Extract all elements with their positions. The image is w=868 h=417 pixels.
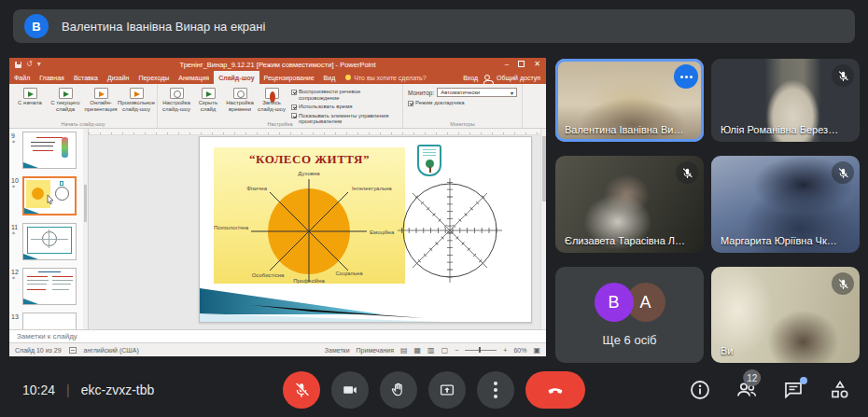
notes-pane[interactable]: Заметки к слайду bbox=[9, 329, 546, 342]
thumbnail-slide-9[interactable]: 9 ✶ bbox=[11, 132, 88, 169]
monitor-dropdown[interactable]: Автоматически ▾ bbox=[437, 88, 517, 97]
ribbon-group-start-slideshow: С начала С текущего слайда Онлайн-презен… bbox=[9, 84, 158, 128]
tab-home[interactable]: Главная bbox=[35, 71, 69, 84]
thumbnail-slide-11[interactable]: 11 ✶ bbox=[11, 223, 88, 260]
slide-number: 10 bbox=[11, 177, 22, 184]
chat-button[interactable] bbox=[782, 379, 805, 401]
tab-slideshow[interactable]: Слайд-шоу bbox=[214, 71, 259, 84]
zoom-slider[interactable] bbox=[465, 350, 497, 351]
more-options-button[interactable] bbox=[477, 371, 514, 409]
undo-icon[interactable]: ↺ bbox=[26, 61, 33, 68]
normal-view-icon[interactable]: ▤ bbox=[400, 346, 408, 354]
setup-slideshow-button[interactable]: Настройка слайд-шоу bbox=[161, 86, 192, 119]
sign-in-button[interactable]: Вход bbox=[463, 75, 478, 81]
thumbnail-slide-12[interactable]: 12 ✶ bbox=[11, 268, 88, 305]
microphone-muted-button[interactable] bbox=[283, 371, 320, 409]
meeting-details-button[interactable] bbox=[689, 379, 711, 401]
overflow-count-label: Ще 6 осіб bbox=[603, 333, 657, 347]
window-controls: – ✕ bbox=[505, 60, 540, 69]
slide-number: 12 bbox=[11, 269, 22, 275]
share-button[interactable]: Общий доступ bbox=[497, 75, 540, 81]
spellcheck-icon[interactable] bbox=[69, 347, 77, 354]
notes-toggle[interactable]: Заметки bbox=[325, 347, 350, 354]
slide-sorter-view-icon[interactable]: ▦ bbox=[414, 346, 422, 354]
ppt-status-bar: Слайд 10 из 29 английский (США) Заметки … bbox=[9, 342, 546, 356]
self-view-tile[interactable]: Ви bbox=[711, 267, 860, 363]
zoom-in-button[interactable]: + bbox=[503, 347, 507, 354]
language-indicator[interactable]: английский (США) bbox=[84, 347, 139, 354]
play-narrations-checkbox[interactable]: Воспроизвести речевое сопровождение bbox=[291, 89, 398, 101]
presenter-view-label: Режим докладчика bbox=[415, 100, 465, 106]
restore-button[interactable] bbox=[518, 61, 525, 67]
svg-text:Емоційна: Емоційна bbox=[370, 229, 395, 235]
avatar: В bbox=[595, 283, 634, 322]
close-button[interactable]: ✕ bbox=[534, 60, 540, 69]
from-beginning-button[interactable]: С начала bbox=[12, 86, 48, 119]
quick-access-dropdown-icon[interactable]: ▾ bbox=[37, 61, 41, 68]
tell-me-box[interactable]: Что вы хотите сделать? bbox=[345, 75, 426, 81]
current-slide[interactable]: “КОЛЕСО ЖИТТЯ” Духовна Інте bbox=[199, 136, 532, 323]
reading-view-icon[interactable]: ▥ bbox=[427, 346, 435, 354]
thumbnail-slide-13[interactable]: 13 bbox=[11, 313, 88, 329]
participant-tile-marharyta[interactable]: Маргарита Юріївна Чк… bbox=[711, 156, 860, 253]
tab-insert[interactable]: Вставка bbox=[69, 71, 103, 84]
participant-grid: Валентина Іванівна Ви… Юлія Романівна Бе… bbox=[555, 59, 860, 363]
tab-animations[interactable]: Анимация bbox=[174, 71, 214, 84]
custom-slideshow-button[interactable]: Произвольное слайд-шоу bbox=[119, 86, 154, 119]
presenter-view-checkbox[interactable]: Режим докладчика bbox=[408, 100, 517, 106]
chevron-down-icon: ▾ bbox=[511, 90, 513, 96]
rehearse-timings-label: Настройка времени bbox=[224, 100, 256, 112]
svg-text:Соціальна: Соціальна bbox=[335, 271, 363, 276]
tab-file[interactable]: Файл bbox=[9, 71, 35, 84]
tab-design[interactable]: Дизайн bbox=[103, 71, 134, 84]
shared-screen-powerpoint: ↺ ▾ Тренінг_Винар_9.12.21 [Режим совмест… bbox=[9, 58, 546, 356]
rehearse-timings-icon bbox=[233, 88, 247, 99]
notes-placeholder: Заметки к слайду bbox=[17, 332, 77, 341]
tab-transitions[interactable]: Переходы bbox=[133, 71, 174, 84]
thumbnail-slide-10[interactable]: 10 ✶ bbox=[11, 176, 88, 215]
ribbon-group-setup: Настройка слайд-шоу Скрыть слайд Настрой… bbox=[158, 84, 403, 128]
more-options-icon[interactable] bbox=[674, 64, 698, 89]
slide-12-thumb[interactable] bbox=[22, 268, 77, 305]
rehearse-timings-button[interactable]: Настройка времени bbox=[224, 86, 256, 119]
slideshow-view-icon[interactable]: ▢ bbox=[441, 346, 449, 354]
activities-button[interactable] bbox=[829, 379, 851, 401]
slide-number: 11 bbox=[11, 224, 22, 230]
from-beginning-icon bbox=[23, 88, 37, 99]
record-slideshow-icon bbox=[265, 88, 279, 99]
zoom-out-button[interactable]: − bbox=[455, 347, 458, 354]
participant-tile-yelyzaveta[interactable]: Єлизавета Тарасівна Л… bbox=[555, 156, 704, 253]
fit-to-window-icon[interactable]: ▣ bbox=[533, 346, 540, 354]
slide-11-thumb[interactable] bbox=[22, 223, 77, 260]
participant-tile-valentyna[interactable]: Валентина Іванівна Ви… bbox=[555, 59, 704, 142]
slide-13-thumb[interactable] bbox=[22, 313, 77, 329]
quick-access-toolbar: ↺ ▾ bbox=[15, 61, 41, 68]
checkbox-checked-icon bbox=[291, 104, 297, 110]
camera-button[interactable] bbox=[331, 371, 369, 409]
animation-star-icon: ✶ bbox=[11, 184, 22, 189]
from-current-slide-button[interactable]: С текущего слайда bbox=[48, 86, 83, 119]
present-screen-button[interactable] bbox=[428, 371, 466, 409]
save-icon[interactable] bbox=[15, 62, 21, 68]
raise-hand-button[interactable] bbox=[380, 371, 417, 409]
vertical-scrollbar[interactable] bbox=[540, 129, 546, 329]
tab-review[interactable]: Рецензирование bbox=[259, 71, 319, 84]
zoom-level[interactable]: 60% bbox=[513, 347, 526, 354]
minimize-button[interactable]: – bbox=[505, 60, 509, 69]
leave-call-button[interactable] bbox=[525, 371, 585, 409]
monitor-value: Автоматически bbox=[441, 90, 480, 95]
record-slideshow-button[interactable]: Запись слайд-шоу bbox=[256, 86, 287, 119]
use-timings-checkbox[interactable]: Использовать время bbox=[291, 104, 398, 110]
participant-tile-yuliia[interactable]: Юлія Романівна Берез… bbox=[711, 59, 860, 142]
meet-window: В Валентина Іванівна Винар на екрані ↺ ▾… bbox=[0, 0, 868, 417]
present-online-button[interactable]: Онлайн-презентация bbox=[83, 86, 119, 119]
hide-slide-button[interactable]: Скрыть слайд bbox=[192, 86, 224, 119]
slide-10-thumb-selected[interactable] bbox=[22, 176, 77, 215]
tab-view[interactable]: Вид bbox=[319, 71, 341, 84]
menubar-right: Вход Общий доступ bbox=[463, 75, 540, 81]
overflow-participants-tile[interactable]: В А Ще 6 осіб bbox=[555, 267, 704, 363]
thumbnail-scrollbar[interactable] bbox=[83, 129, 88, 329]
comments-toggle[interactable]: Примечания bbox=[357, 347, 394, 354]
slide-9-thumb[interactable] bbox=[22, 132, 77, 169]
show-everyone-button[interactable]: 12 bbox=[735, 379, 758, 401]
